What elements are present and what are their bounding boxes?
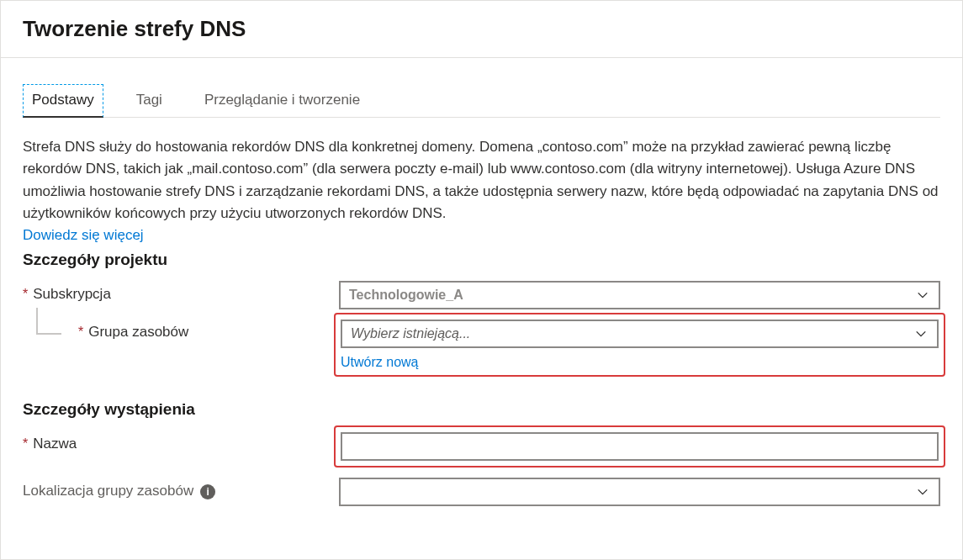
field-subscription: Technologowie_A — [339, 281, 940, 309]
chevron-down-icon — [915, 484, 930, 499]
tabs: Podstawy Tagi Przeglądanie i tworzenie — [23, 83, 940, 118]
label-resource-group: * Grupa zasobów — [23, 318, 339, 341]
info-icon[interactable]: i — [200, 484, 215, 499]
required-marker: * — [23, 436, 28, 452]
tab-tags[interactable]: Tagi — [127, 84, 172, 118]
label-name: * Nazwa — [23, 431, 339, 452]
learn-more-link[interactable]: Dowiedz się więcej — [23, 227, 144, 243]
label-subscription-text: Subskrypcja — [33, 286, 111, 303]
field-name — [339, 431, 940, 462]
row-name: * Nazwa — [23, 431, 940, 462]
chevron-down-icon — [913, 326, 929, 341]
rg-location-select[interactable] — [339, 478, 940, 506]
subscription-value: Technologowie_A — [349, 288, 463, 303]
highlight-resource-group: Wybierz istniejącą... Utwórz nową — [334, 313, 945, 377]
create-new-rg-link[interactable]: Utwórz nową — [341, 355, 418, 370]
required-marker: * — [23, 287, 28, 302]
page-title: Tworzenie strefy DNS — [23, 16, 940, 42]
field-rg-location — [339, 478, 940, 506]
label-resource-group-text: Grupa zasobów — [88, 324, 188, 341]
page-content: Podstawy Tagi Przeglądanie i tworzenie S… — [1, 83, 962, 528]
required-marker: * — [78, 325, 83, 340]
field-resource-group: Wybierz istniejącą... Utwórz nową — [339, 318, 940, 372]
highlight-name — [334, 425, 945, 468]
create-dns-zone-page: Tworzenie strefy DNS Podstawy Tagi Przeg… — [0, 0, 963, 560]
resource-group-placeholder: Wybierz istniejącą... — [351, 326, 470, 341]
section-title-instance: Szczegóły wystąpienia — [23, 400, 940, 419]
label-subscription: * Subskrypcja — [23, 281, 339, 303]
label-name-text: Nazwa — [33, 436, 77, 452]
resource-group-select[interactable]: Wybierz istniejącą... — [341, 320, 939, 348]
indent-connector — [28, 323, 75, 341]
row-resource-group: * Grupa zasobów Wybierz istniejącą... Ut… — [23, 318, 940, 372]
tab-review-create[interactable]: Przeglądanie i tworzenie — [195, 84, 369, 118]
subscription-select[interactable]: Technologowie_A — [339, 281, 940, 309]
description-block: Strefa DNS służy do hostowania rekordów … — [23, 136, 940, 247]
header-divider — [1, 57, 962, 58]
chevron-down-icon — [915, 288, 930, 303]
row-subscription: * Subskrypcja Technologowie_A — [23, 281, 940, 309]
description-text: Strefa DNS służy do hostowania rekordów … — [23, 139, 939, 221]
label-rg-location: Lokalizacja grupy zasobów i — [23, 478, 339, 499]
row-rg-location: Lokalizacja grupy zasobów i — [23, 478, 940, 506]
label-rg-location-text: Lokalizacja grupy zasobów — [23, 483, 193, 499]
section-title-project: Szczegóły projektu — [23, 251, 940, 269]
page-header: Tworzenie strefy DNS — [1, 1, 962, 50]
tab-basics[interactable]: Podstawy — [23, 84, 103, 118]
name-input[interactable] — [341, 432, 939, 461]
